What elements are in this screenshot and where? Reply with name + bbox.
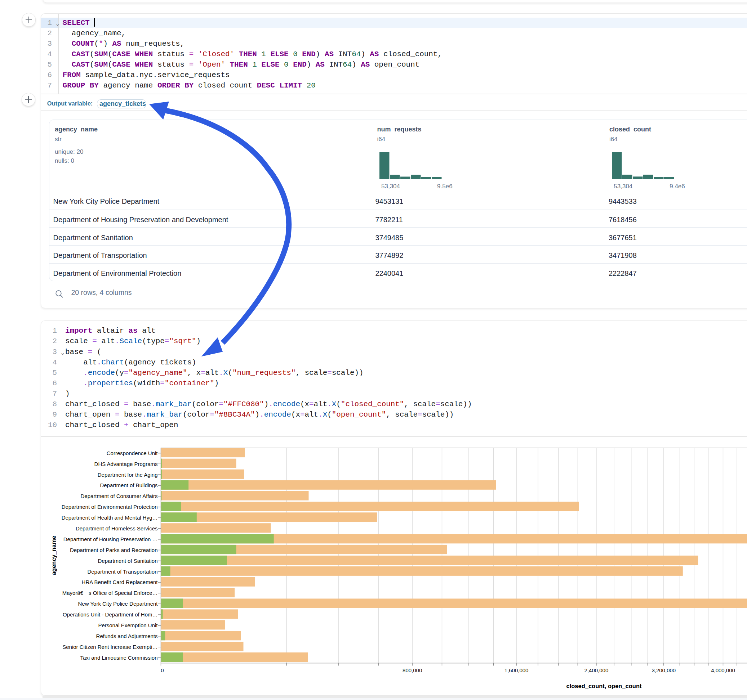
- svg-text:closed_count, open_count: closed_count, open_count: [566, 683, 642, 689]
- svg-text:Department of Sanitation: Department of Sanitation: [98, 558, 158, 564]
- svg-text:agency_name: agency_name: [50, 536, 57, 575]
- svg-text:Department of Housing Preserva: Department of Housing Preservation …: [64, 536, 158, 542]
- svg-text:Correspondence Unit: Correspondence Unit: [107, 450, 158, 456]
- svg-text:Operations Unit - Department o: Operations Unit - Department of Hom…: [63, 611, 157, 617]
- svg-text:HRA Benefit Card Replacement: HRA Benefit Card Replacement: [82, 579, 158, 585]
- svg-text:0: 0: [161, 667, 163, 673]
- svg-text:Mayorâ€ s Office of Special E: Mayorâ€ s Office of Special Enforce…: [62, 590, 158, 596]
- svg-text:Senior Citizen Rent Increase E: Senior Citizen Rent Increase Exempti…: [62, 644, 157, 650]
- svg-text:Personal Exemption Unit: Personal Exemption Unit: [98, 622, 158, 628]
- svg-text:Department of Parks and Recrea: Department of Parks and Recreation: [70, 547, 157, 553]
- svg-text:1,600,000: 1,600,000: [505, 667, 529, 673]
- svg-text:4,000,000: 4,000,000: [711, 667, 735, 673]
- svg-text:Department of Buildings: Department of Buildings: [100, 482, 157, 488]
- svg-text:Department of Health and Menta: Department of Health and Mental Hyg…: [62, 514, 158, 520]
- svg-text:Taxi and Limousine Commission: Taxi and Limousine Commission: [80, 655, 157, 661]
- svg-text:Department of Consumer Affairs: Department of Consumer Affairs: [81, 493, 158, 499]
- svg-text:Department for the Aging: Department for the Aging: [98, 472, 158, 478]
- svg-text:Department of Transportation: Department of Transportation: [87, 569, 157, 575]
- svg-text:800,000: 800,000: [402, 667, 422, 673]
- svg-text:Department of Homeless Service: Department of Homeless Services: [76, 525, 158, 531]
- svg-text:Department of Environmental Pr: Department of Environmental Protection: [62, 504, 158, 510]
- svg-text:Refunds and Adjustments: Refunds and Adjustments: [96, 633, 158, 639]
- svg-text:DHS Advantage Programs: DHS Advantage Programs: [94, 461, 158, 467]
- svg-text:New York City Police Departmen: New York City Police Department: [78, 600, 158, 607]
- svg-text:3,200,000: 3,200,000: [652, 667, 676, 673]
- svg-text:2,400,000: 2,400,000: [584, 667, 609, 673]
